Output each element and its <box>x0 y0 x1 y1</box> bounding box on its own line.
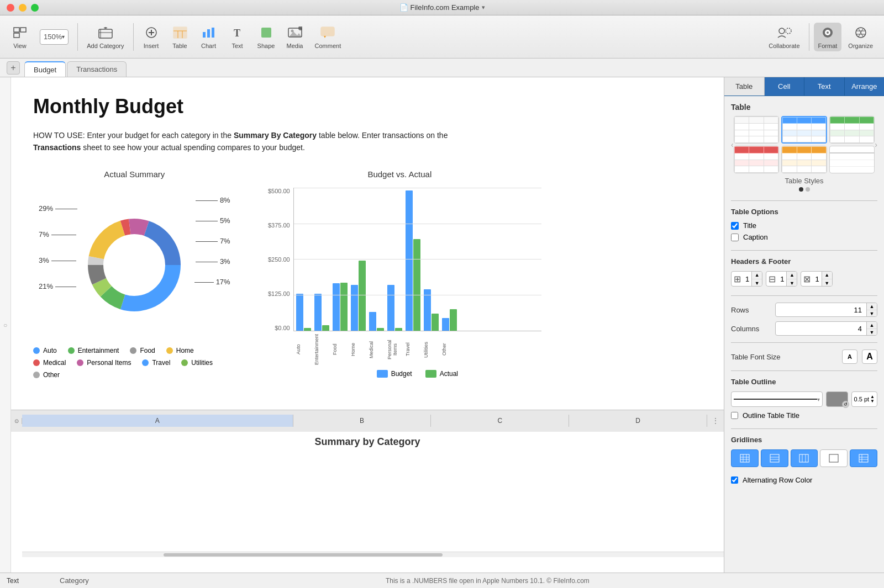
chart-button[interactable]: Chart <box>196 23 222 51</box>
header-rows-up[interactable]: ▲ <box>752 271 762 279</box>
svg-point-23 <box>298 27 302 30</box>
tab-transactions[interactable]: Transactions <box>67 61 127 77</box>
columns-down[interactable]: ▼ <box>867 329 877 336</box>
gridlines-icon-2 <box>770 454 780 463</box>
bar-med-actual <box>377 328 384 331</box>
rpanel-tab-arrange[interactable]: Arrange <box>845 77 885 96</box>
tabs-bar: + Budget Transactions <box>0 59 884 77</box>
horizontal-scrollbar[interactable] <box>22 552 724 557</box>
rows-down[interactable]: ▼ <box>867 310 877 317</box>
file-icon: 📄 <box>399 3 408 12</box>
header-cols-arrows[interactable]: ▲ ▼ <box>786 271 797 287</box>
col-c-header[interactable]: C <box>431 415 569 427</box>
outline-title-checkbox[interactable] <box>731 412 738 419</box>
rpanel-tab-cell[interactable]: Cell <box>765 77 805 96</box>
left-panel-toggle[interactable]: ○ <box>0 77 11 573</box>
table-style-orange[interactable] <box>781 146 827 173</box>
label-pct-3b: 3% <box>194 257 230 266</box>
rpanel-tab-text[interactable]: Text <box>804 77 845 96</box>
view-button[interactable]: View <box>7 23 33 51</box>
font-size-large-button[interactable]: A <box>862 349 877 364</box>
svg-point-30 <box>827 31 829 34</box>
pt-down[interactable]: ▼ <box>870 399 875 404</box>
bar-travel-budget <box>406 190 413 331</box>
shape-button[interactable]: Shape <box>253 23 280 51</box>
header-rows-down[interactable]: ▼ <box>752 279 762 287</box>
legend-utilities: Utilities <box>181 359 213 367</box>
table-style-green[interactable] <box>829 116 875 144</box>
insert-button[interactable]: Insert <box>138 23 165 51</box>
legend-dot-entertainment <box>68 347 75 354</box>
styles-dot-active <box>799 187 803 192</box>
font-size-controls: A A <box>842 349 877 364</box>
table-style-blue[interactable] <box>781 116 827 144</box>
x-axis-labels: Auto Entertainment Food Home Medical Per… <box>293 333 541 365</box>
add-category-button[interactable]: Add Category <box>82 23 128 51</box>
format-button[interactable]: Format <box>814 23 842 51</box>
table-style-minimal[interactable] <box>829 146 875 173</box>
footer-down[interactable]: ▼ <box>822 279 832 287</box>
divider-2 <box>731 250 877 251</box>
table-style-plain[interactable] <box>734 116 780 144</box>
scroll-thumb[interactable] <box>164 553 443 557</box>
tab-budget[interactable]: Budget <box>24 61 66 77</box>
maximize-button[interactable] <box>31 4 39 12</box>
columns-up[interactable]: ▲ <box>867 321 877 329</box>
rows-up[interactable]: ▲ <box>867 303 877 310</box>
status-tab-label[interactable]: Category <box>51 576 98 585</box>
gridlines-btn-1[interactable] <box>731 449 759 467</box>
gridlines-btn-3[interactable] <box>791 449 818 467</box>
text-button[interactable]: T Text <box>224 23 251 51</box>
legend-dot-utilities <box>181 359 188 366</box>
caption-checkbox-row: Caption <box>731 233 877 241</box>
svg-text:T: T <box>234 28 240 39</box>
caption-checkbox[interactable] <box>731 234 739 241</box>
y-axis: $500.00 $375.00 $250.00 $125.00 $0.00 <box>258 188 290 331</box>
close-button[interactable] <box>7 4 14 12</box>
svg-rect-17 <box>212 28 214 38</box>
font-size-small-button[interactable]: A <box>842 349 857 364</box>
bar-util-actual <box>432 314 439 331</box>
add-tab-button[interactable]: + <box>7 61 20 75</box>
header-cols-up[interactable]: ▲ <box>787 271 797 279</box>
rows-value: 11 <box>776 306 866 314</box>
gridlines-btn-5[interactable] <box>850 449 877 467</box>
footer-arrows[interactable]: ▲ ▼ <box>822 271 832 287</box>
comment-button[interactable]: Comment <box>311 23 346 51</box>
bar-chart-container: Budget vs. Actual $500.00 $375.00 $250.0… <box>258 169 541 379</box>
header-rows-arrows[interactable]: ▲ ▼ <box>751 271 762 287</box>
donut-svg <box>85 215 184 315</box>
rows-arrows[interactable]: ▲ ▼ <box>866 303 877 317</box>
col-b-header[interactable]: B <box>293 415 432 427</box>
organize-button[interactable]: Organize <box>844 23 877 51</box>
rpanel-tab-table[interactable]: Table <box>724 77 765 96</box>
columns-arrows[interactable]: ▲ ▼ <box>866 321 877 336</box>
title-checkbox[interactable] <box>731 222 739 230</box>
alternating-row-checkbox[interactable] <box>731 476 738 484</box>
charts-row: Actual Summary 29% 7% 3% 21% <box>33 169 541 379</box>
media-button[interactable]: Media <box>282 23 308 51</box>
svg-rect-24 <box>321 27 334 36</box>
col-d-header[interactable]: D <box>569 415 707 427</box>
content-area: Monthly Budget HOW TO USE: Enter your bu… <box>11 77 724 573</box>
table-style-red[interactable] <box>734 146 780 173</box>
bar-per-actual <box>395 328 402 331</box>
header-cols-down[interactable]: ▼ <box>787 279 797 287</box>
table-button[interactable]: Table <box>167 23 193 51</box>
minimize-button[interactable] <box>19 4 27 12</box>
styles-next-button[interactable]: › <box>875 140 877 149</box>
column-add-button[interactable]: ⋮ <box>707 416 724 425</box>
collaborate-button[interactable]: Collaborate <box>764 23 804 51</box>
window-controls[interactable] <box>7 4 39 12</box>
col-a-header[interactable]: A <box>22 415 293 427</box>
pt-arrows[interactable]: ▲ ▼ <box>870 395 875 404</box>
gridlines-btn-2[interactable] <box>761 449 788 467</box>
outline-color-swatch[interactable]: ↺ <box>826 391 848 407</box>
footer-up[interactable]: ▲ <box>822 271 832 279</box>
rows-spinner: 11 ▲ ▼ <box>775 303 877 317</box>
bar-other-budget <box>442 318 449 331</box>
zoom-control[interactable]: 150% ▾ <box>35 27 73 47</box>
gridlines-btn-4[interactable] <box>820 449 848 467</box>
toolbar: View 150% ▾ Add Category Insert Table Ch… <box>0 15 884 59</box>
outline-line-select[interactable]: ▾ <box>731 391 823 407</box>
